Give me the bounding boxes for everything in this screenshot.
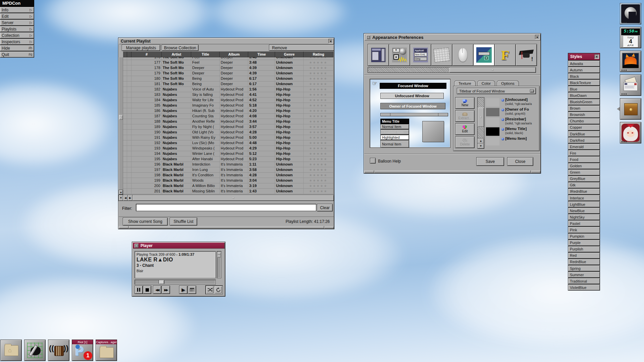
toolbar-scrollbar[interactable]	[368, 67, 536, 72]
mpdcon-item-hide[interactable]: Hide#h	[0, 45, 34, 51]
pause-button[interactable]	[135, 286, 143, 294]
style-item-brown[interactable]: Brown	[568, 106, 600, 111]
tab-options[interactable]: Options	[497, 80, 519, 86]
texture-entry[interactable]: [Unfocused](solid, "rgb:aa/aa/a	[485, 98, 538, 107]
mpdcon-item-collection[interactable]: Collection▷	[0, 33, 34, 38]
mpdcon-item-inspectors[interactable]: Inspectors▷	[0, 39, 34, 45]
mpdcon-item-quit[interactable]: Quit#q	[0, 52, 34, 57]
extract-texture-button[interactable]: Extract...	[455, 111, 474, 122]
browse-collection-button[interactable]: Browse Collection	[162, 45, 198, 51]
preview-menu-highlighted[interactable]: Highlighted	[381, 135, 409, 140]
new-texture-button[interactable]: New	[455, 98, 474, 109]
mpdcon-item-info[interactable]: Info▷	[0, 7, 34, 13]
repeat-button[interactable]	[215, 286, 222, 293]
scroll-up-icon[interactable]: ▲	[478, 138, 484, 143]
style-item-gtk[interactable]: Gtk	[568, 182, 600, 188]
dock-chat-tile[interactable]	[620, 122, 641, 143]
playlist-row[interactable]: 190NujabesOld Light (VoHydeout Prod4:28H…	[123, 130, 333, 135]
header-artist[interactable]: Artist	[162, 51, 191, 57]
close-icon[interactable]: ×	[535, 35, 540, 40]
playlist-row[interactable]: 191NujabesWith Rainy EyHydeout Prod5:00H…	[123, 135, 333, 140]
scroll-down-icon[interactable]: ▼	[478, 143, 484, 148]
toolbar-mouse-button[interactable]	[452, 44, 473, 66]
play-button[interactable]: ▶	[179, 286, 187, 294]
dock-clock-tile[interactable]: 5:50PM THU 4 APR	[620, 27, 641, 48]
appearance-titlebar[interactable]: Appearance Preferences ×	[364, 34, 540, 41]
playlist-row[interactable]: 183NujabesSky is fallingHydeout Prod4:41…	[123, 92, 333, 98]
toolbar-expert-button[interactable]: !	[516, 44, 537, 66]
style-item-purplish[interactable]: Purplish	[568, 246, 600, 252]
style-item-purple[interactable]: Purple	[568, 240, 600, 246]
home-folder-appicon[interactable]: ⌂	[1, 340, 21, 361]
style-item-pumpkin[interactable]: Pumpkin	[568, 234, 600, 239]
header-title[interactable]: Title	[191, 51, 220, 57]
dock-drawer-tile[interactable]	[620, 99, 641, 119]
toolbar-keyboard-button[interactable]	[431, 44, 452, 66]
edit-texture-button[interactable]: Edit	[455, 124, 474, 135]
fast-forward-button[interactable]: ▶▶	[162, 286, 170, 294]
playlist-row[interactable]: 199Black MarblWoodsIt's Immateria3:04Unk…	[123, 178, 333, 183]
seek-slider[interactable]	[135, 280, 215, 284]
style-item-bluedawn[interactable]: BlueDawn	[568, 93, 600, 98]
toolbar-menu-style-button[interactable]: Applicati New Entr[ Gimp	[410, 44, 431, 66]
playlist-horizontal-scrollbar[interactable]: ▼ ◀ ▶	[119, 195, 334, 201]
close-button[interactable]: Close	[507, 158, 533, 166]
style-item-spring[interactable]: Spring	[568, 265, 600, 271]
radio-appicon[interactable]: (( ))	[48, 340, 69, 361]
styles-titlebar[interactable]: Styles ×	[568, 53, 600, 60]
volume-thumb[interactable]	[217, 252, 221, 257]
texture-target-dropdown[interactable]: Titlebar of Focused Window	[457, 88, 536, 94]
resize-bar[interactable]	[119, 226, 334, 229]
dock-windowmaker-tile[interactable]	[620, 3, 641, 24]
style-item-blacktexture[interactable]: BlackTexture	[568, 80, 600, 85]
mpdcon-item-server[interactable]: Server▷	[0, 20, 34, 25]
style-item-traditional[interactable]: Traditional	[568, 278, 600, 284]
playlist-row[interactable]: 193NujabesWindspeaks (Hydeout Prod4:29Hi…	[123, 146, 333, 151]
playlist-row[interactable]: 194NujabesWinter Lane (Hydeout Prod5:12H…	[123, 151, 333, 157]
save-button[interactable]: Save	[477, 158, 504, 166]
texture-entry[interactable]: [Owner of Fo(solid, gray40)	[485, 107, 538, 117]
playlist-row[interactable]: 195NujabesAfter HanabiHydeout Prod5:23Hi…	[123, 157, 333, 162]
texture-list-scrollbar[interactable]: ▲ ▼	[478, 98, 484, 148]
texture-list[interactable]: [Unfocused](solid, "rgb:aa/aa/a[Owner of…	[485, 98, 538, 148]
playlist-row[interactable]: 197Black MarblIron LungIt's Immateria3:5…	[123, 167, 333, 173]
playlist-row[interactable]: 180The Soft MoBeingDeeper6:17Unknown★★★★…	[123, 76, 333, 81]
style-item-black[interactable]: Black	[568, 73, 600, 79]
style-item-chumbo[interactable]: Chumbo	[568, 118, 600, 124]
shuffle-button[interactable]	[206, 286, 213, 293]
preview-owner-titlebar[interactable]: Owner of Focused Window	[381, 103, 445, 109]
playlist-row[interactable]: 178The Soft MoDeeperDeeper4:39Unknown★★★…	[123, 65, 333, 71]
playlist-row[interactable]: 201Black MarblMissing SiblinIt's Immater…	[123, 189, 333, 194]
style-item-nightsky[interactable]: NightSky	[568, 214, 600, 220]
playlist-row[interactable]: 198Black MarblIt's ConditionIt's Immater…	[123, 173, 333, 178]
style-item-rednblue[interactable]: RednBlue	[568, 259, 600, 265]
preview-resizebar[interactable]	[381, 113, 448, 116]
playlist-row[interactable]: 184NujabesWaltz for LifeHydeout Prod4:52…	[123, 98, 333, 103]
style-item-greyblue[interactable]: GreyBlue	[568, 176, 600, 182]
scroll-right-icon[interactable]: ▶	[128, 195, 132, 201]
style-item-fire[interactable]: Fire	[568, 150, 600, 156]
system-preferences-appicon[interactable]	[24, 340, 45, 361]
playlist-row[interactable]: 177The Soft MoFeelDeeper3:48Unknown★★★★★	[123, 60, 333, 65]
volume-slider[interactable]	[217, 251, 221, 278]
playlist-titlebar[interactable]: Current Playlist ×	[119, 38, 334, 44]
preview-focused-titlebar[interactable]: Focused Window	[380, 83, 446, 88]
mpdcon-item-playlists[interactable]: Playlists▷	[0, 26, 34, 32]
scroll-down-icon[interactable]: ▼	[119, 195, 123, 201]
playlist-row[interactable]: 196Black MarblInterdictionIt's Immateria…	[123, 162, 333, 167]
texture-entry[interactable]: [Menu Item]	[485, 136, 538, 146]
mpdcon-item-edit[interactable]: Edit▷	[0, 13, 34, 19]
header-rating[interactable]: Rating	[304, 51, 333, 57]
style-item-emerald[interactable]: Emerald	[568, 144, 600, 149]
playlist-row[interactable]: 187NujabesCounting StaHydeout Prod4:08Hi…	[123, 114, 333, 119]
style-item-summer[interactable]: Summer	[568, 272, 600, 278]
close-icon[interactable]: ×	[328, 39, 333, 44]
style-item-darkblue[interactable]: DarkBlue	[568, 131, 600, 137]
header-album[interactable]: Album	[220, 51, 248, 57]
toolbar-window-effects-button[interactable]: × ×	[389, 44, 410, 66]
style-item-red[interactable]: Red	[568, 253, 600, 258]
delete-texture-button[interactable]: Delete	[455, 137, 474, 148]
playlist-row[interactable]: 186NujabesHikari (ft. SubHydeout Prod4:2…	[123, 108, 333, 114]
show-current-song-button[interactable]: Show current Song	[123, 218, 167, 225]
playlist-row[interactable]: 188NujabesAnother RefleHydeout Prod3:44H…	[123, 119, 333, 124]
